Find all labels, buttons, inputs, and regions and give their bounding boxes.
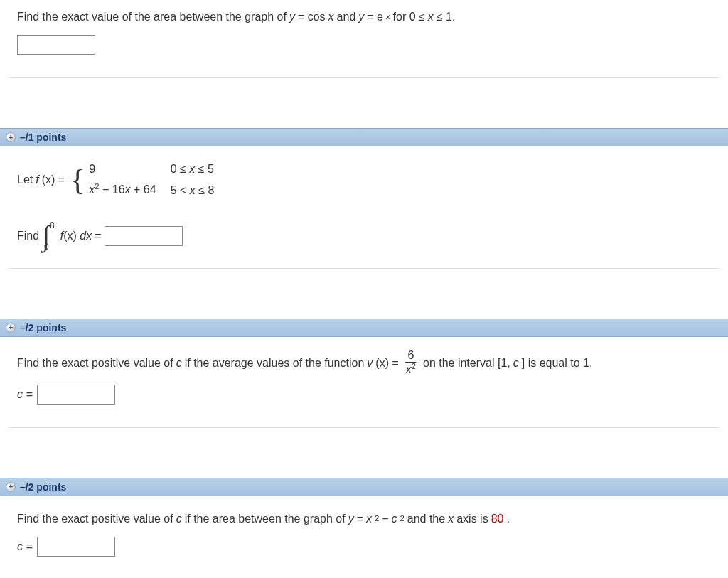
q2-r2rb: x — [190, 184, 196, 196]
q2-row1-right: 0 ≤ x ≤ 5 — [171, 159, 215, 178]
q3-fraction: 6 x2 — [404, 350, 418, 376]
q4-points-text: –/2 points — [20, 481, 66, 493]
q3-frac-den: x2 — [404, 363, 418, 376]
expand-icon[interactable]: + — [6, 323, 16, 333]
q1-prompt: Find the exact value of the area between… — [9, 6, 719, 33]
q4-c2: and the — [407, 509, 445, 528]
q3-d: ] is equal to 1. — [522, 353, 593, 373]
integral-icon: ∫ 8 0 — [42, 221, 55, 251]
q3-frac-num: 6 — [405, 350, 416, 363]
q3-den-x: x — [406, 363, 412, 375]
q1-exp: x — [386, 10, 390, 23]
q3-vx: (x) = — [375, 353, 398, 373]
q3-den-exp: 2 — [412, 362, 416, 370]
q2-r2rc: ≤ 8 — [196, 184, 215, 196]
q2-r1b: x — [189, 163, 195, 175]
q4-minus: − — [382, 509, 388, 528]
q3-points-bar: + –/2 points — [0, 319, 728, 337]
question-3: Find the exact positive value of c if th… — [0, 337, 728, 442]
q1-text-a: Find the exact value of the area between… — [17, 7, 287, 26]
spacer — [0, 92, 728, 128]
q3-answer-row: c = — [9, 383, 719, 417]
q3-c1: c — [176, 353, 182, 373]
q4-answer-input[interactable] — [37, 537, 115, 557]
q2-integrand: f(x) dx — [60, 226, 92, 245]
q3-c2: c — [513, 353, 519, 373]
q4-y: y — [348, 509, 354, 528]
q2-row1-left: 9 — [89, 159, 156, 178]
q4-eq: = — [357, 509, 363, 528]
q4-c-exp: 2 — [400, 512, 405, 525]
q3-a: Find the exact positive value of — [17, 353, 173, 373]
q3-prompt: Find the exact positive value of c if th… — [9, 343, 719, 383]
question-4: Find the exact positive value of c if th… — [0, 496, 728, 578]
q2-r2ra: 5 < — [171, 184, 190, 196]
q4-x: x — [366, 509, 372, 528]
q2-r1a: 0 ≤ — [171, 163, 190, 175]
q1-eq-cos: = cos — [298, 7, 326, 26]
q2-r2lc: x — [125, 184, 131, 196]
q2-f: f — [36, 170, 38, 189]
q3-v: v — [367, 353, 373, 373]
q2-r2ld: + 64 — [131, 184, 156, 196]
q1-y1: y — [289, 7, 295, 26]
q1-answer-input[interactable] — [17, 35, 95, 55]
q3-c-eq: c = — [17, 388, 33, 401]
q4-xaxis: x — [448, 509, 454, 528]
spacer — [0, 283, 728, 319]
q2-piecewise-grid: 9 0 ≤ x ≤ 5 x2 − 16x + 64 5 < x ≤ 8 — [89, 159, 214, 200]
q4-x-exp: 2 — [375, 512, 379, 525]
q3-points-text: –/2 points — [20, 322, 66, 333]
q2-r2lb: − 16 — [100, 184, 125, 196]
question-1: Find the exact value of the area between… — [0, 0, 728, 92]
q4-a: Find the exact positive value of — [17, 509, 173, 528]
q4-c: c — [392, 509, 397, 528]
q4-d: axis is — [456, 509, 488, 528]
q2-points-bar: + –/1 points — [0, 128, 728, 146]
q2-answer-input[interactable] — [105, 226, 183, 246]
expand-icon[interactable]: + — [6, 482, 16, 492]
q2-row2-right: 5 < x ≤ 8 — [171, 181, 215, 200]
question-2: Let f(x) = { 9 0 ≤ x ≤ 5 x2 − 16x + 64 5… — [0, 146, 728, 283]
q4-c-eq: c = — [17, 540, 33, 553]
q4-c1: c — [176, 509, 182, 528]
q2-piecewise-def: Let f(x) = { 9 0 ≤ x ≤ 5 x2 − 16x + 64 5… — [9, 152, 719, 207]
q4-b: if the area between the graph of — [185, 509, 346, 528]
spacer — [0, 442, 728, 478]
q1-end: ≤ 1. — [437, 7, 456, 26]
q2-equals: = — [95, 226, 101, 245]
q1-for: for 0 ≤ — [393, 7, 425, 26]
q2-find-row: Find ∫ 8 0 f(x) dx = — [9, 207, 719, 258]
q1-xvar: x — [428, 7, 434, 26]
integral-symbol: ∫ — [42, 223, 50, 249]
q1-eq-e: = e — [367, 7, 383, 26]
q2-find: Find — [17, 226, 39, 245]
q2-paren: (x) = — [42, 170, 65, 189]
q3-answer-input[interactable] — [37, 385, 115, 405]
q2-row2-left: x2 − 16x + 64 — [89, 180, 156, 200]
q1-x1: x — [328, 7, 334, 26]
q2-dx: dx — [80, 230, 92, 242]
q1-answer-row — [9, 33, 719, 68]
divider — [9, 427, 719, 428]
q1-and: and — [337, 7, 356, 26]
q2-let: Let — [17, 170, 33, 189]
left-brace-icon: { — [70, 165, 85, 195]
q3-c: on the interval [1, — [423, 353, 510, 373]
q2-points-text: –/1 points — [20, 132, 66, 143]
q4-eighty: 80 — [491, 509, 504, 528]
expand-icon[interactable]: + — [6, 132, 16, 142]
q4-prompt: Find the exact positive value of c if th… — [9, 502, 719, 535]
divider — [9, 268, 719, 269]
q3-b: if the average values of the function — [185, 353, 365, 373]
q4-period: . — [506, 509, 509, 528]
divider — [9, 77, 719, 78]
q2-int-x: (x) — [63, 230, 80, 242]
q4-answer-row: c = — [9, 535, 719, 569]
q1-y2: y — [358, 7, 364, 26]
int-upper: 8 — [50, 221, 55, 230]
q4-points-bar: + –/2 points — [0, 478, 728, 496]
q2-r1c: ≤ 5 — [195, 163, 214, 175]
